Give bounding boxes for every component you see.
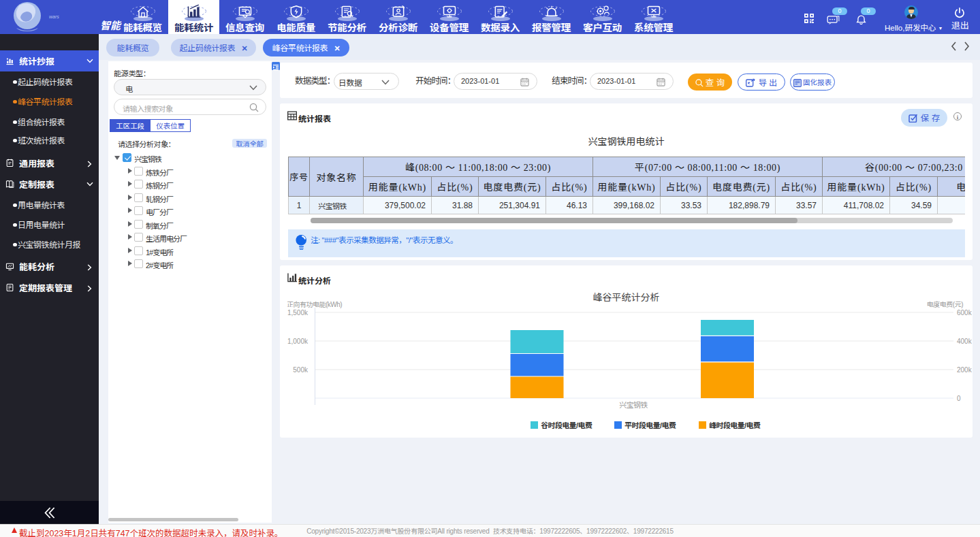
- svg-text:500k: 500k: [293, 366, 309, 374]
- svg-text:wars: wars: [49, 14, 59, 19]
- svg-text:1,000k: 1,000k: [287, 338, 309, 345]
- svg-text:谷时段电量/电费: 谷时段电量/电费: [541, 419, 592, 430]
- svg-text:200k: 200k: [957, 366, 973, 374]
- svg-text:兴宝钢铁: 兴宝钢铁: [619, 399, 648, 410]
- svg-text:400k: 400k: [957, 338, 973, 345]
- svg-text:平时段电量/电费: 平时段电量/电费: [625, 419, 676, 430]
- svg-text:电度电费(元): 电度电费(元): [927, 299, 963, 309]
- svg-text:峰时段电量/电费: 峰时段电量/电费: [709, 419, 761, 430]
- svg-text:1,500k: 1,500k: [287, 309, 309, 316]
- svg-text:0: 0: [957, 395, 961, 402]
- svg-text:600k: 600k: [957, 309, 973, 316]
- svg-text:正向有功电能(kWh): 正向有功电能(kWh): [287, 299, 342, 309]
